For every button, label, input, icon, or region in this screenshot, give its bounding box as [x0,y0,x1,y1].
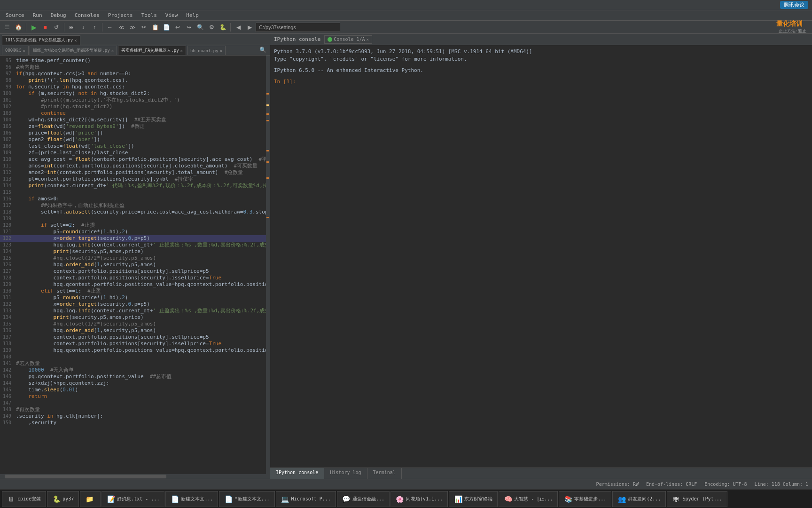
sub-tab-fine[interactable]: 细线_大猫bx交易策略_闭循环简单提.py ✕ [30,46,117,55]
toolbar-b6[interactable]: 📄 [161,22,172,32]
console-area[interactable]: Python 3.7.0 (v3.7.0:1bf9cc5093, Jun 27 … [270,45,812,468]
status-eol: End-of-lines: CRLF [646,482,697,487]
taskbar-item[interactable]: 🐍py37 [47,491,79,507]
line-content: open2=float(wd['open']) [14,136,266,143]
toolbar-stop-btn[interactable]: ■ [40,22,50,32]
sub-tab-main[interactable]: 买卖多线程_FA交易机器人.py ✕ [118,46,186,55]
code-line: 131 p5=round(price*(1-hd),2) [0,294,266,301]
taskbar-item[interactable]: 📝好消息.txt - ... [102,491,164,507]
console-tab[interactable]: Console 1/A ✕ [324,35,372,44]
code-line: 105 zs=float(wd['reversed_bytes9']) #倒走 [0,123,266,130]
line-number: 121 [0,229,14,235]
sub-tab-000[interactable]: 000测试 ✕ [2,46,29,55]
taskbar: 🖥cpide安装🐍py37📁📝好消息.txt - ...📄新建文本文...📄*新… [0,489,812,508]
toolbar-stepout-btn[interactable]: ↑ [89,22,100,32]
taskbar-item-icon: 🕷 [672,495,680,503]
sub-tab-fine-close[interactable]: ✕ [111,48,114,53]
toolbar-step-btn[interactable]: ⏭ [67,22,77,32]
menu-source[interactable]: Source [2,11,28,19]
taskbar-item[interactable]: 🧠大智慧 - [止... [499,491,558,507]
toolbar-path-input[interactable] [256,23,340,32]
line-content: p5=round(price*(1-hd),2) [14,229,266,235]
mini-scrollbar[interactable] [266,56,270,474]
code-line: 130 elif sell==1: #止盈 [0,288,266,294]
line-content: acc_avg_cost = float(context.portfolio.p… [14,156,266,163]
toolbar-b7[interactable]: ↩ [172,22,183,32]
taskbar-item[interactable]: 👥群友发问(2... [612,491,666,507]
toolbar: ☰ 🏠 ▶ ■ ↺ ⏭ ↓ ↑ ← ≪ ≫ ✂ 📋 📄 ↩ ↪ 🔍 ⚙ 🐍 ◀ … [0,21,812,34]
line-content: hpq.qcontext.portfolio.positions_value=h… [14,347,266,354]
taskbar-item[interactable]: 📊东方财富终端 [449,491,498,507]
line-number: 104 [0,117,14,123]
code-line: 104 wd=hg.stocks_dict2[(m,security)] ##五… [0,117,266,123]
line-content: if(hpq.qcontext.ccs)>0 and number==0: [14,71,266,77]
line-content: context.portfolio.positions[security].is… [14,275,266,281]
toolbar-b1[interactable]: ← [105,22,115,32]
line-content: x=order_target(security,0,p=p5) [14,301,266,308]
menu-projects[interactable]: Projects [104,11,137,19]
toolbar-b3[interactable]: ≫ [127,22,138,32]
scroll-mark-7 [266,177,269,179]
toolbar-stepin-btn[interactable]: ↓ [78,22,88,32]
toolbar-b11[interactable]: 🐍 [218,22,228,32]
toolbar-b5[interactable]: 📋 [150,22,160,32]
sub-tab-main-label: 买卖多线程_FA交易机器人.py [121,48,179,54]
sub-tab-hb[interactable]: hb_quant.py ✕ [187,46,226,55]
editor-area[interactable]: 95time=time.perf_counter()96#若内超出97if(hp… [0,56,266,474]
line-content: sz+xdzj)>hpq.qcontext.zzj: [14,380,266,387]
taskbar-item[interactable]: 📚零基础进步... [559,491,611,507]
tencent-badge[interactable]: 腾讯会议 [780,1,808,9]
toolbar-b9[interactable]: 🔍 [195,22,205,32]
line-number: 126 [0,262,14,268]
console-bottom-tab-ipython[interactable]: IPython console [270,468,324,479]
editor-tab-main-close[interactable]: ✕ [74,38,77,43]
toolbar-nav-back[interactable]: ◀ [233,22,243,32]
line-number: 112 [0,169,14,176]
taskbar-item[interactable]: 📄*新建文本文... [219,491,274,507]
sub-tab-hb-close[interactable]: ✕ [220,48,222,53]
menu-consoles[interactable]: Consoles [71,11,103,19]
taskbar-item[interactable]: 💬通达信金融... [337,491,390,507]
editor-tab-main[interactable]: 101\买卖多线程_FA交易机器人.py ✕ [2,35,80,45]
menu-view[interactable]: View [162,11,182,19]
toolbar-b10[interactable]: ⚙ [206,22,217,32]
toolbar-nav-fwd[interactable]: ▶ [244,22,255,32]
taskbar-item-label: 同花顺(v1.1... [406,496,443,502]
line-content: time.sleep(0.01) [14,387,266,393]
editor-search-btn[interactable]: 🔍 [258,45,268,55]
line-content: price=float(wd['price']) [14,130,266,136]
taskbar-item[interactable]: 📁 [80,491,101,507]
toolbar-home-btn[interactable]: 🏠 [13,22,23,32]
code-line: 107 open2=float(wd['open']) [0,136,266,143]
console-bottom-tab-terminal[interactable]: Terminal [367,468,402,479]
code-line: 102 #print(hg.stocks_dict2) [0,103,266,110]
menu-tools[interactable]: Tools [138,11,161,19]
sub-tab-fine-label: 细线_大猫bx交易策略_闭循环简单提.py [33,48,110,54]
menu-debug[interactable]: Debug [47,11,70,19]
line-number: 141 [0,360,14,367]
toolbar-run-btn[interactable]: ▶ [29,22,39,32]
sub-tab-000-close[interactable]: ✕ [23,48,25,53]
console-tab-close[interactable]: ✕ [367,37,369,42]
code-line: 103 continue [0,110,266,117]
toolbar-menu-btn[interactable]: ☰ [2,22,12,32]
line-content: #再次数量 [14,406,266,413]
scrollbar-x[interactable] [0,474,270,479]
scroll-mark-8 [266,217,269,218]
toolbar-b2[interactable]: ≪ [116,22,126,32]
console-bottom-tab-history[interactable]: History log [324,468,367,479]
taskbar-item[interactable]: 🖥cpide安装 [2,491,46,507]
toolbar-b4[interactable]: ✂ [139,22,149,32]
code-line: 119 [0,215,266,222]
line-number: 97 [0,71,14,77]
toolbar-restart-btn[interactable]: ↺ [51,22,62,32]
toolbar-b8[interactable]: ↪ [184,22,194,32]
sub-tab-main-close[interactable]: ✕ [180,48,183,53]
taskbar-item[interactable]: 📄新建文本文... [165,491,218,507]
taskbar-item[interactable]: 💻Microsoft P... [276,491,336,507]
taskbar-item[interactable]: 🌸同花顺(v1.1... [390,491,448,507]
menu-run[interactable]: Run [29,11,46,19]
menu-help[interactable]: Help [182,11,203,19]
taskbar-item[interactable]: 🕷Spyder (Pyt... [667,491,727,507]
line-number: 132 [0,301,14,308]
